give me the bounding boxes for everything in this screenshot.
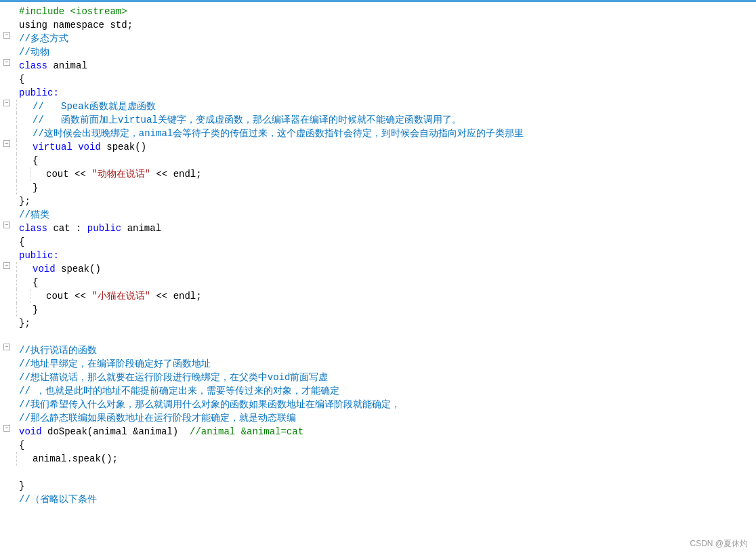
- code-line: −//多态方式: [0, 32, 756, 45]
- code-line: cout << "小猫在说话" << endl;: [0, 289, 756, 303]
- fold-gutter[interactable]: −: [0, 32, 14, 39]
- code-content: cout << "动物在说话" << endl;: [43, 167, 756, 181]
- code-line: // 函数前面加上virtual关键字，变成虚函数，那么编译器在编译的时候就不能…: [0, 113, 756, 127]
- code-content: }: [16, 479, 756, 493]
- code-line: //那么静态联编如果函数地址在运行阶段才能确定，就是动态联编: [0, 411, 756, 425]
- code-content: //执行说话的函数: [16, 344, 756, 357]
- code-content: {: [16, 438, 756, 452]
- code-line: }: [0, 181, 756, 194]
- code-content: {: [30, 276, 756, 289]
- fold-gutter[interactable]: −: [0, 262, 14, 269]
- code-line: [0, 330, 756, 344]
- indent-guides: [16, 167, 43, 181]
- code-line: //猫类: [0, 208, 756, 222]
- code-content: // ，也就是此时的地址不能提前确定出来，需要等传过来的对象，才能确定: [16, 384, 756, 398]
- code-line: cout << "动物在说话" << endl;: [0, 167, 756, 181]
- indent-guides: [16, 452, 30, 466]
- fold-button[interactable]: −: [3, 344, 10, 350]
- code-line: //我们希望传入什么对象，那么就调用什么对象的函数如果函数地址在编译阶段就能确定…: [0, 398, 756, 411]
- code-line: {: [0, 276, 756, 289]
- code-content: //地址早绑定，在编译阶段确定好了函数地址: [16, 357, 756, 371]
- fold-gutter[interactable]: −: [0, 140, 14, 147]
- code-line: −class cat : public animal: [0, 222, 756, 235]
- code-line: −void doSpeak(animal &animal) //animal &…: [0, 425, 756, 438]
- indent-guides: [16, 140, 30, 154]
- code-content: }: [30, 181, 756, 194]
- code-line: −// Speak函数就是虚函数: [0, 100, 756, 113]
- indent-guides: [16, 127, 30, 140]
- code-line: using namespace std;: [0, 18, 756, 32]
- code-line: };: [0, 316, 756, 330]
- code-line: {: [0, 235, 756, 249]
- indent-guides: [16, 181, 30, 194]
- fold-button[interactable]: −: [3, 425, 10, 432]
- code-content: //（省略以下条件: [16, 493, 756, 506]
- fold-button[interactable]: −: [3, 140, 10, 147]
- code-line: {: [0, 154, 756, 167]
- fold-gutter[interactable]: −: [0, 344, 14, 350]
- indent-guides: [16, 276, 30, 289]
- indent-guides: [16, 303, 30, 316]
- code-line: −virtual void speak(): [0, 140, 756, 154]
- code-line: //这时候会出现晚绑定，animal会等待子类的传值过来，这个虚函数指针会待定，…: [0, 127, 756, 140]
- code-line: animal.speak();: [0, 452, 756, 466]
- code-content: animal.speak();: [30, 452, 756, 466]
- indent-guides: [16, 100, 30, 113]
- fold-button[interactable]: −: [3, 262, 10, 269]
- code-line: //（省略以下条件: [0, 493, 756, 506]
- code-line: }: [0, 479, 756, 493]
- code-line: // ，也就是此时的地址不能提前确定出来，需要等传过来的对象，才能确定: [0, 384, 756, 398]
- code-line: −class animal: [0, 59, 756, 73]
- code-content: // 函数前面加上virtual关键字，变成虚函数，那么编译器在编译的时候就不能…: [30, 113, 756, 127]
- code-content: }: [30, 303, 756, 316]
- code-content: {: [30, 154, 756, 167]
- code-content: //动物: [16, 45, 756, 59]
- code-content: };: [16, 316, 756, 330]
- code-line: public:: [0, 86, 756, 100]
- fold-button[interactable]: −: [3, 32, 10, 39]
- code-line: #include <iostream>: [0, 5, 756, 18]
- fold-gutter[interactable]: −: [0, 425, 14, 432]
- code-line: //想让猫说话，那么就要在运行阶段进行晚绑定，在父类中void前面写虚: [0, 371, 756, 384]
- code-line: public:: [0, 249, 756, 262]
- indent-guides: [16, 289, 43, 303]
- indent-guides: [16, 113, 30, 127]
- code-content: void speak(): [30, 262, 756, 276]
- code-line: −//执行说话的函数: [0, 344, 756, 357]
- code-line: };: [0, 194, 756, 208]
- fold-button[interactable]: −: [3, 100, 10, 106]
- indent-guides: [16, 154, 30, 167]
- code-line: //动物: [0, 45, 756, 59]
- fold-button[interactable]: −: [3, 222, 10, 228]
- code-content: //多态方式: [16, 32, 756, 45]
- code-content: #include <iostream>: [16, 5, 756, 18]
- code-content: class cat : public animal: [16, 222, 756, 235]
- code-editor: #include <iostream>using namespace std;−…: [0, 0, 756, 555]
- code-content: {: [16, 73, 756, 86]
- fold-gutter[interactable]: −: [0, 100, 14, 106]
- code-content: //那么静态联编如果函数地址在运行阶段才能确定，就是动态联编: [16, 411, 756, 425]
- code-content: public:: [16, 249, 756, 262]
- code-line: {: [0, 73, 756, 86]
- fold-gutter[interactable]: −: [0, 59, 14, 66]
- code-content: class animal: [16, 59, 756, 73]
- code-content: //这时候会出现晚绑定，animal会等待子类的传值过来，这个虚函数指针会待定，…: [30, 127, 756, 140]
- code-content: // Speak函数就是虚函数: [30, 100, 756, 113]
- code-content: cout << "小猫在说话" << endl;: [43, 289, 756, 303]
- indent-guides: [16, 262, 30, 276]
- top-border: [0, 0, 756, 2]
- watermark: CSDN @夏休灼: [690, 538, 748, 550]
- code-content: using namespace std;: [16, 18, 756, 32]
- code-line: }: [0, 303, 756, 316]
- code-content: void doSpeak(animal &animal) //animal &a…: [16, 425, 756, 438]
- fold-button[interactable]: −: [3, 59, 10, 66]
- code-content: };: [16, 194, 756, 208]
- code-content: public:: [16, 86, 756, 100]
- code-content: //猫类: [16, 208, 756, 222]
- code-line: //地址早绑定，在编译阶段确定好了函数地址: [0, 357, 756, 371]
- code-line: [0, 466, 756, 479]
- code-line: −void speak(): [0, 262, 756, 276]
- fold-gutter[interactable]: −: [0, 222, 14, 228]
- code-line: {: [0, 438, 756, 452]
- code-content: //想让猫说话，那么就要在运行阶段进行晚绑定，在父类中void前面写虚: [16, 371, 756, 384]
